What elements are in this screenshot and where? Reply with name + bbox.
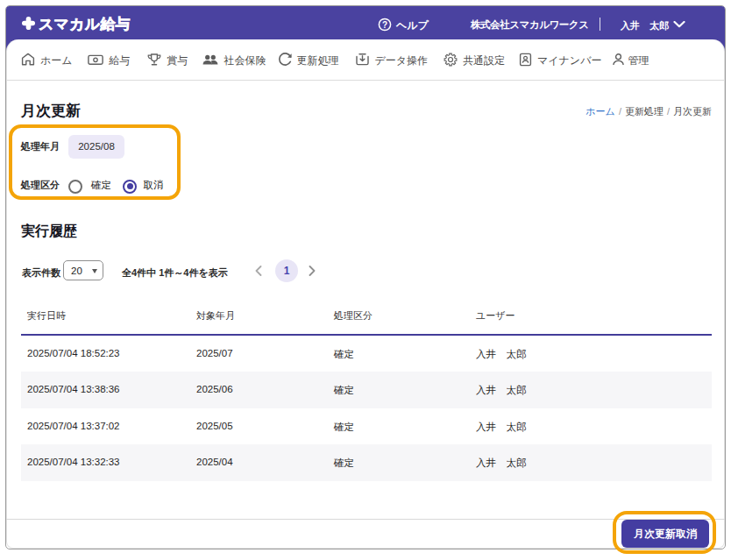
- svg-text:?: ?: [382, 20, 387, 30]
